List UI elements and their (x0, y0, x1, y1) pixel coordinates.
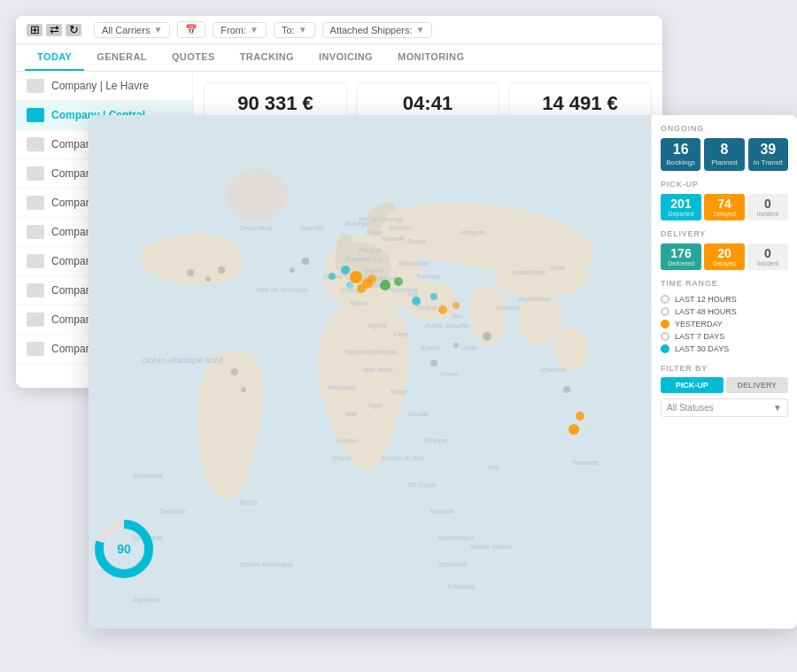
svg-text:Venezuela: Venezuela (133, 473, 162, 479)
pickup-section: PICK-UP 201 Departed 74 Delayed 0 Incide… (661, 180, 788, 220)
dropdown-arrow-icon: ▼ (773, 403, 782, 413)
to-funnel-icon: ▼ (298, 25, 307, 35)
svg-text:Iran: Iran (452, 313, 462, 320)
second-window: Mer de Norvège Océan Atlantique Nord Mer… (89, 115, 797, 629)
svg-point-114 (394, 277, 403, 286)
delivery-filter-btn[interactable]: DELIVERY (726, 377, 789, 393)
svg-text:Chine: Chine (549, 265, 565, 271)
tab-invoicing[interactable]: INVOICING (306, 44, 385, 71)
carrier-label: All Carriers (102, 25, 150, 35)
tab-quotes[interactable]: QUOTES (159, 44, 228, 71)
carrier-filter[interactable]: All Carriers ▼ (94, 22, 170, 38)
delivery-incident-box: 0 Incident (747, 243, 788, 270)
radio-7days (661, 332, 669, 341)
time-range-30days-label: LAST 30 DAYS (675, 344, 729, 353)
company-icon (27, 225, 44, 239)
svg-point-118 (412, 297, 421, 305)
svg-point-40 (337, 234, 354, 259)
svg-text:Soudan du Sud: Soudan du Sud (381, 455, 424, 461)
svg-text:Tanzanie: Tanzanie (429, 508, 454, 514)
departed-label: Departed (663, 211, 699, 217)
tab-monitoring[interactable]: MONITORING (385, 44, 476, 71)
grid-icon[interactable]: ⊞ (27, 24, 43, 36)
svg-text:Suède: Suède (366, 229, 383, 236)
svg-text:Algérie: Algérie (367, 322, 387, 329)
tab-general[interactable]: GENERAL (84, 44, 159, 71)
pickup-filter-btn[interactable]: PICK-UP (661, 377, 723, 393)
time-range-30days[interactable]: LAST 30 DAYS (661, 343, 788, 355)
tab-today[interactable]: TODAY (25, 44, 84, 71)
svg-point-127 (231, 368, 238, 375)
svg-point-129 (483, 332, 491, 341)
arrows-icon[interactable]: ⇄ (46, 24, 62, 36)
status-dropdown[interactable]: All Statuses ▼ (661, 398, 788, 417)
delivery-section: DELIVERY 176 Delivered 20 Delayed 0 Inci… (661, 229, 788, 270)
delivered-label: Delivered (663, 260, 699, 266)
svg-point-133 (576, 412, 584, 421)
svg-text:Myanmar: Myanmar (540, 367, 567, 374)
delivery-incident-value: 0 (750, 247, 785, 259)
refresh-icon[interactable]: ↻ (66, 24, 81, 36)
from-filter[interactable]: From: ▼ (213, 22, 267, 38)
bookings-label: Bookings (664, 158, 697, 166)
company-icon (27, 137, 44, 151)
departed-value: 201 (663, 197, 699, 210)
sidebar-label: Company | Le Havre (51, 80, 149, 92)
to-filter[interactable]: To: ▼ (274, 22, 315, 38)
time-range-yesterday-label: YESTERDAY (675, 320, 723, 328)
svg-point-134 (569, 424, 579, 435)
svg-text:Guinée: Guinée (337, 437, 357, 444)
svg-point-109 (350, 271, 362, 283)
company-icon (27, 342, 44, 356)
svg-point-115 (341, 266, 350, 274)
svg-text:Danem...: Danem... (390, 225, 414, 231)
svg-text:Tchad: Tchad (390, 389, 407, 395)
filter-by-section: FILTER BY PICK-UP DELIVERY All Statuses … (661, 364, 788, 417)
from-funnel-icon: ▼ (250, 25, 259, 35)
svg-text:Mer de Norvège: Mer de Norvège (257, 286, 308, 294)
date-icon-chip[interactable]: 📅 (177, 21, 205, 38)
from-label: From: (221, 25, 246, 35)
svg-text:Ghana: Ghana (332, 455, 351, 461)
svg-point-113 (380, 280, 391, 290)
time-range-48h[interactable]: LAST 48 HOURS (661, 305, 788, 318)
pickup-delayed-box: 74 Delayed (704, 194, 745, 220)
svg-text:Kazakhstan: Kazakhstan (514, 269, 546, 275)
svg-text:Libye: Libye (394, 331, 409, 338)
shippers-filter[interactable]: Attached Shippers: ▼ (322, 22, 433, 38)
time-range-yesterday[interactable]: YESTERDAY (661, 318, 788, 330)
svg-text:Botswana: Botswana (447, 583, 475, 590)
svg-point-130 (430, 359, 437, 367)
pickup-incident-box: 0 Incident (747, 194, 788, 220)
svg-point-43 (226, 168, 288, 221)
time-range-7days[interactable]: LAST 7 DAYS (661, 330, 788, 343)
svg-text:Égypte: Égypte (421, 344, 440, 351)
svg-text:Groenland: Groenland (239, 224, 273, 232)
planned-label: Planned (708, 158, 740, 166)
quoting-value: 04:41 (369, 92, 486, 115)
pickup-incident-label: Incident (750, 211, 785, 217)
svg-text:Turquie: Turquie (416, 305, 437, 312)
toolbar: ⊞ ⇄ ↻ All Carriers ▼ 📅 From: ▼ To: ▼ Att… (16, 16, 662, 44)
svg-point-131 (453, 343, 459, 348)
tab-tracking[interactable]: TRACKING (228, 44, 306, 71)
svg-point-120 (438, 305, 447, 314)
svg-point-126 (218, 266, 225, 274)
svg-text:Maroc: Maroc (350, 300, 368, 306)
time-range-12h[interactable]: LAST 12 HOURS (661, 293, 788, 305)
tabs-bar: TODAY GENERAL QUOTES TRACKING INVOICING … (16, 44, 662, 72)
delivered-box: 176 Delivered (661, 243, 701, 270)
svg-point-119 (430, 293, 437, 300)
pickup-title: PICK-UP (661, 180, 788, 189)
company-icon (27, 79, 44, 93)
company-icon (27, 166, 44, 181)
svg-point-112 (368, 274, 376, 283)
shippers-label: Attached Shippers: (330, 25, 413, 35)
in-transit-box: 39 In Transit (748, 138, 788, 171)
filter-by-title: FILTER BY (661, 364, 788, 373)
svg-text:90: 90 (117, 542, 131, 556)
svg-text:Mer Médi...: Mer Médi... (363, 366, 398, 374)
sidebar-item-le-havre[interactable]: Company | Le Havre (16, 72, 192, 101)
pickup-delayed-label: Delayed (707, 211, 742, 217)
ongoing-title: ONGOING (661, 124, 788, 133)
